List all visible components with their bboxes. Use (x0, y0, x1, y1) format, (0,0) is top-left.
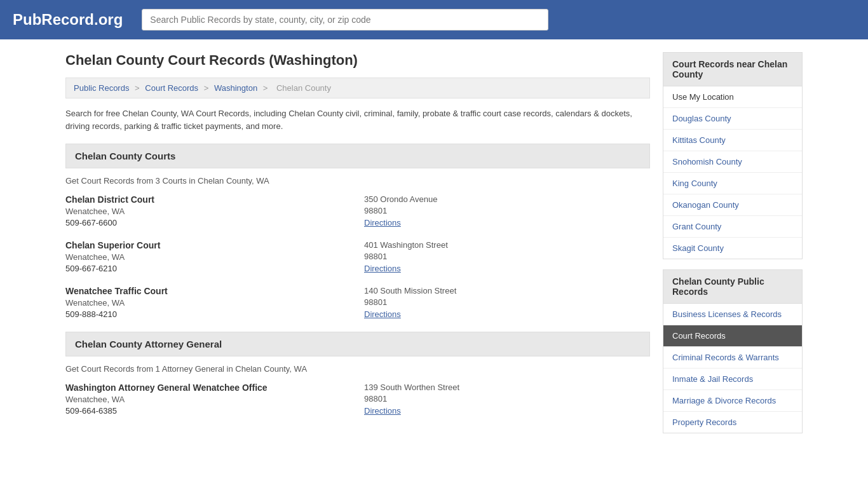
court-directions-superior[interactable]: Directions (364, 264, 401, 273)
breadcrumb: Public Records > Court Records > Washing… (65, 78, 650, 98)
sidebar-public-records-header: Chelan County Public Records (663, 269, 803, 304)
sidebar-nearby-header: Court Records near Chelan County (663, 52, 803, 86)
court-street-traffic: 140 South Mission Street (364, 286, 650, 295)
attorney-section-header: Chelan County Attorney General (65, 332, 650, 356)
page-description: Search for free Chelan County, WA Court … (65, 107, 650, 132)
court-entry-district: Chelan District Court Wenatchee, WA 509-… (65, 194, 650, 227)
breadcrumb-sep1: > (135, 83, 140, 93)
sidebar-item-property-records[interactable]: Property Records (663, 412, 802, 433)
sidebar: Court Records near Chelan County Use My … (663, 52, 803, 444)
sidebar-item-criminal-records[interactable]: Criminal Records & Warrants (663, 347, 802, 369)
breadcrumb-sep2: > (204, 83, 209, 93)
court-name-attorney: Washington Attorney General Wenatchee Of… (65, 383, 351, 393)
court-city-traffic: Wenatchee, WA (65, 298, 351, 308)
court-street-district: 350 Orondo Avenue (364, 194, 650, 204)
sidebar-item-business-licenses[interactable]: Business Licenses & Records (663, 304, 802, 325)
sidebar-item-court-records[interactable]: Court Records (663, 325, 802, 347)
court-zip-traffic: 98801 (364, 297, 650, 307)
site-logo[interactable]: PubRecord.org (13, 11, 123, 29)
court-entry-superior: Chelan Superior Court Wenatchee, WA 509-… (65, 240, 650, 273)
court-phone-traffic: 509-888-4210 (65, 309, 351, 319)
sidebar-item-inmate-jail[interactable]: Inmate & Jail Records (663, 369, 802, 390)
courts-section-header: Chelan County Courts (65, 144, 650, 168)
search-input[interactable] (142, 9, 548, 30)
court-directions-district[interactable]: Directions (364, 218, 401, 227)
court-entry-attorney: Washington Attorney General Wenatchee Of… (65, 383, 650, 416)
page-title: Chelan County Court Records (Washington) (65, 52, 650, 69)
court-zip-district: 98801 (364, 206, 650, 215)
sidebar-item-okanogan[interactable]: Okanogan County (663, 194, 802, 216)
court-name-traffic: Wenatchee Traffic Court (65, 286, 351, 296)
court-phone-superior: 509-667-6210 (65, 264, 351, 273)
court-directions-traffic[interactable]: Directions (364, 309, 401, 319)
court-street-attorney: 139 South Worthen Street (364, 383, 650, 392)
court-city-superior: Wenatchee, WA (65, 252, 351, 262)
court-phone-attorney: 509-664-6385 (65, 406, 351, 416)
sidebar-item-marriage-divorce[interactable]: Marriage & Divorce Records (663, 390, 802, 412)
sidebar-item-grant[interactable]: Grant County (663, 216, 802, 238)
sidebar-public-records-list: Business Licenses & Records Court Record… (663, 304, 803, 433)
court-city-district: Wenatchee, WA (65, 207, 351, 216)
sidebar-item-skagit[interactable]: Skagit County (663, 238, 802, 259)
sidebar-item-kittitas[interactable]: Kittitas County (663, 130, 802, 151)
court-name-district: Chelan District Court (65, 194, 351, 205)
sidebar-item-king[interactable]: King County (663, 173, 802, 194)
breadcrumb-chelan: Chelan County (276, 83, 331, 93)
breadcrumb-sep3: > (263, 83, 268, 93)
court-city-attorney: Wenatchee, WA (65, 395, 351, 404)
court-entry-traffic: Wenatchee Traffic Court Wenatchee, WA 50… (65, 286, 650, 319)
court-zip-attorney: 98801 (364, 394, 650, 403)
court-phone-district: 509-667-6600 (65, 218, 351, 227)
court-zip-superior: 98801 (364, 252, 650, 261)
sidebar-nearby-list: Use My Location Douglas County Kittitas … (663, 86, 803, 259)
breadcrumb-court-records[interactable]: Court Records (145, 83, 198, 93)
attorney-section-subtext: Get Court Records from 1 Attorney Genera… (65, 364, 650, 374)
court-directions-attorney[interactable]: Directions (364, 406, 401, 416)
court-name-superior: Chelan Superior Court (65, 240, 351, 250)
sidebar-item-use-location[interactable]: Use My Location (663, 86, 802, 108)
breadcrumb-washington[interactable]: Washington (214, 83, 257, 93)
court-street-superior: 401 Washington Street (364, 240, 650, 250)
search-bar (142, 9, 548, 30)
breadcrumb-public-records[interactable]: Public Records (74, 83, 129, 93)
sidebar-item-snohomish[interactable]: Snohomish County (663, 151, 802, 173)
sidebar-item-douglas[interactable]: Douglas County (663, 108, 802, 130)
courts-section-subtext: Get Court Records from 3 Courts in Chela… (65, 176, 650, 186)
